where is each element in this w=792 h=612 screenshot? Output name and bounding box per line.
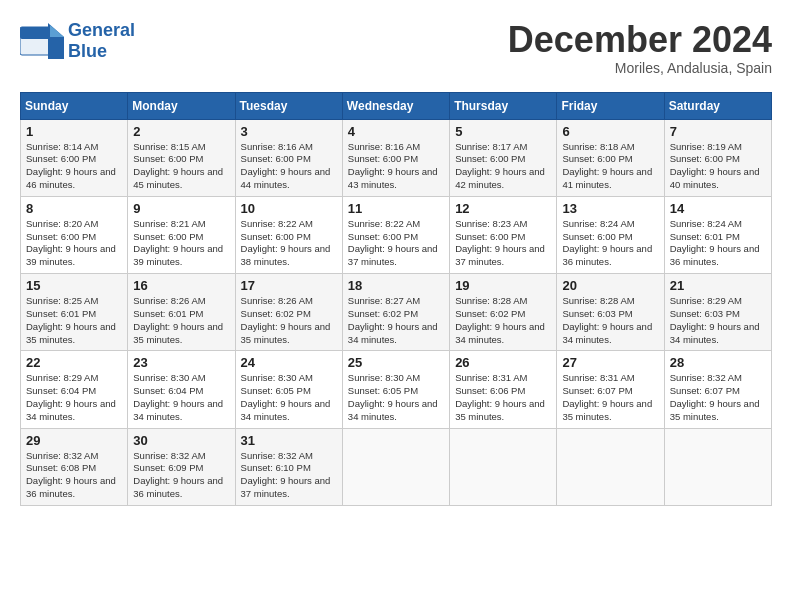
sunset-label: Sunset: 6:00 PM <box>26 231 96 242</box>
daylight-label: Daylight: 9 hours and 35 minutes. <box>26 321 116 345</box>
calendar-week-row: 22 Sunrise: 8:29 AM Sunset: 6:04 PM Dayl… <box>21 351 772 428</box>
daylight-label: Daylight: 9 hours and 34 minutes. <box>348 398 438 422</box>
daylight-label: Daylight: 9 hours and 36 minutes. <box>562 243 652 267</box>
sunrise-label: Sunrise: 8:27 AM <box>348 295 420 306</box>
calendar-cell: 16 Sunrise: 8:26 AM Sunset: 6:01 PM Dayl… <box>128 274 235 351</box>
day-number: 29 <box>26 433 122 448</box>
sunrise-label: Sunrise: 8:24 AM <box>562 218 634 229</box>
calendar-cell: 15 Sunrise: 8:25 AM Sunset: 6:01 PM Dayl… <box>21 274 128 351</box>
weekday-header-row: SundayMondayTuesdayWednesdayThursdayFrid… <box>21 92 772 119</box>
day-info: Sunrise: 8:16 AM Sunset: 6:00 PM Dayligh… <box>241 141 337 192</box>
day-number: 27 <box>562 355 658 370</box>
day-number: 21 <box>670 278 766 293</box>
day-number: 25 <box>348 355 444 370</box>
daylight-label: Daylight: 9 hours and 36 minutes. <box>133 475 223 499</box>
day-number: 9 <box>133 201 229 216</box>
sunrise-label: Sunrise: 8:21 AM <box>133 218 205 229</box>
sunrise-label: Sunrise: 8:31 AM <box>562 372 634 383</box>
day-number: 14 <box>670 201 766 216</box>
sunset-label: Sunset: 6:00 PM <box>241 153 311 164</box>
day-number: 17 <box>241 278 337 293</box>
sunrise-label: Sunrise: 8:30 AM <box>133 372 205 383</box>
sunset-label: Sunset: 6:00 PM <box>670 153 740 164</box>
sunrise-label: Sunrise: 8:17 AM <box>455 141 527 152</box>
day-info: Sunrise: 8:19 AM Sunset: 6:00 PM Dayligh… <box>670 141 766 192</box>
day-number: 15 <box>26 278 122 293</box>
day-info: Sunrise: 8:22 AM Sunset: 6:00 PM Dayligh… <box>348 218 444 269</box>
sunrise-label: Sunrise: 8:30 AM <box>241 372 313 383</box>
daylight-label: Daylight: 9 hours and 35 minutes. <box>670 398 760 422</box>
sunrise-label: Sunrise: 8:32 AM <box>133 450 205 461</box>
sunrise-label: Sunrise: 8:19 AM <box>670 141 742 152</box>
weekday-header: Tuesday <box>235 92 342 119</box>
daylight-label: Daylight: 9 hours and 41 minutes. <box>562 166 652 190</box>
sunset-label: Sunset: 6:00 PM <box>455 153 525 164</box>
calendar-cell <box>557 428 664 505</box>
daylight-label: Daylight: 9 hours and 43 minutes. <box>348 166 438 190</box>
calendar-cell: 19 Sunrise: 8:28 AM Sunset: 6:02 PM Dayl… <box>450 274 557 351</box>
day-number: 4 <box>348 124 444 139</box>
calendar-cell: 23 Sunrise: 8:30 AM Sunset: 6:04 PM Dayl… <box>128 351 235 428</box>
daylight-label: Daylight: 9 hours and 34 minutes. <box>241 398 331 422</box>
daylight-label: Daylight: 9 hours and 35 minutes. <box>133 321 223 345</box>
weekday-header: Sunday <box>21 92 128 119</box>
weekday-header: Saturday <box>664 92 771 119</box>
sunrise-label: Sunrise: 8:32 AM <box>241 450 313 461</box>
calendar-cell: 7 Sunrise: 8:19 AM Sunset: 6:00 PM Dayli… <box>664 119 771 196</box>
svg-rect-1 <box>20 27 52 39</box>
sunrise-label: Sunrise: 8:23 AM <box>455 218 527 229</box>
day-info: Sunrise: 8:20 AM Sunset: 6:00 PM Dayligh… <box>26 218 122 269</box>
day-number: 20 <box>562 278 658 293</box>
daylight-label: Daylight: 9 hours and 34 minutes. <box>670 321 760 345</box>
daylight-label: Daylight: 9 hours and 36 minutes. <box>26 475 116 499</box>
daylight-label: Daylight: 9 hours and 37 minutes. <box>455 243 545 267</box>
day-info: Sunrise: 8:23 AM Sunset: 6:00 PM Dayligh… <box>455 218 551 269</box>
weekday-header: Thursday <box>450 92 557 119</box>
weekday-header: Monday <box>128 92 235 119</box>
daylight-label: Daylight: 9 hours and 46 minutes. <box>26 166 116 190</box>
calendar-cell: 17 Sunrise: 8:26 AM Sunset: 6:02 PM Dayl… <box>235 274 342 351</box>
day-number: 13 <box>562 201 658 216</box>
day-info: Sunrise: 8:29 AM Sunset: 6:03 PM Dayligh… <box>670 295 766 346</box>
day-number: 2 <box>133 124 229 139</box>
day-info: Sunrise: 8:26 AM Sunset: 6:01 PM Dayligh… <box>133 295 229 346</box>
day-info: Sunrise: 8:32 AM Sunset: 6:07 PM Dayligh… <box>670 372 766 423</box>
day-number: 26 <box>455 355 551 370</box>
calendar-cell: 18 Sunrise: 8:27 AM Sunset: 6:02 PM Dayl… <box>342 274 449 351</box>
sunset-label: Sunset: 6:07 PM <box>670 385 740 396</box>
calendar-week-row: 8 Sunrise: 8:20 AM Sunset: 6:00 PM Dayli… <box>21 196 772 273</box>
daylight-label: Daylight: 9 hours and 34 minutes. <box>455 321 545 345</box>
calendar-week-row: 15 Sunrise: 8:25 AM Sunset: 6:01 PM Dayl… <box>21 274 772 351</box>
day-info: Sunrise: 8:30 AM Sunset: 6:05 PM Dayligh… <box>241 372 337 423</box>
calendar-cell: 10 Sunrise: 8:22 AM Sunset: 6:00 PM Dayl… <box>235 196 342 273</box>
day-number: 11 <box>348 201 444 216</box>
sunrise-label: Sunrise: 8:26 AM <box>133 295 205 306</box>
calendar-cell: 27 Sunrise: 8:31 AM Sunset: 6:07 PM Dayl… <box>557 351 664 428</box>
sunrise-label: Sunrise: 8:28 AM <box>562 295 634 306</box>
day-number: 3 <box>241 124 337 139</box>
sunrise-label: Sunrise: 8:15 AM <box>133 141 205 152</box>
sunset-label: Sunset: 6:00 PM <box>133 231 203 242</box>
day-number: 7 <box>670 124 766 139</box>
sunset-label: Sunset: 6:02 PM <box>241 308 311 319</box>
calendar-cell: 13 Sunrise: 8:24 AM Sunset: 6:00 PM Dayl… <box>557 196 664 273</box>
day-number: 23 <box>133 355 229 370</box>
calendar-cell: 9 Sunrise: 8:21 AM Sunset: 6:00 PM Dayli… <box>128 196 235 273</box>
daylight-label: Daylight: 9 hours and 39 minutes. <box>133 243 223 267</box>
sunrise-label: Sunrise: 8:29 AM <box>670 295 742 306</box>
logo: General Blue <box>20 20 135 62</box>
day-info: Sunrise: 8:32 AM Sunset: 6:08 PM Dayligh… <box>26 450 122 501</box>
day-info: Sunrise: 8:18 AM Sunset: 6:00 PM Dayligh… <box>562 141 658 192</box>
sunrise-label: Sunrise: 8:29 AM <box>26 372 98 383</box>
sunrise-label: Sunrise: 8:22 AM <box>348 218 420 229</box>
day-info: Sunrise: 8:28 AM Sunset: 6:03 PM Dayligh… <box>562 295 658 346</box>
month-title: December 2024 <box>508 20 772 60</box>
sunset-label: Sunset: 6:01 PM <box>670 231 740 242</box>
day-info: Sunrise: 8:31 AM Sunset: 6:06 PM Dayligh… <box>455 372 551 423</box>
calendar-cell: 22 Sunrise: 8:29 AM Sunset: 6:04 PM Dayl… <box>21 351 128 428</box>
sunset-label: Sunset: 6:02 PM <box>455 308 525 319</box>
sunrise-label: Sunrise: 8:30 AM <box>348 372 420 383</box>
daylight-label: Daylight: 9 hours and 34 minutes. <box>133 398 223 422</box>
day-number: 6 <box>562 124 658 139</box>
day-number: 28 <box>670 355 766 370</box>
